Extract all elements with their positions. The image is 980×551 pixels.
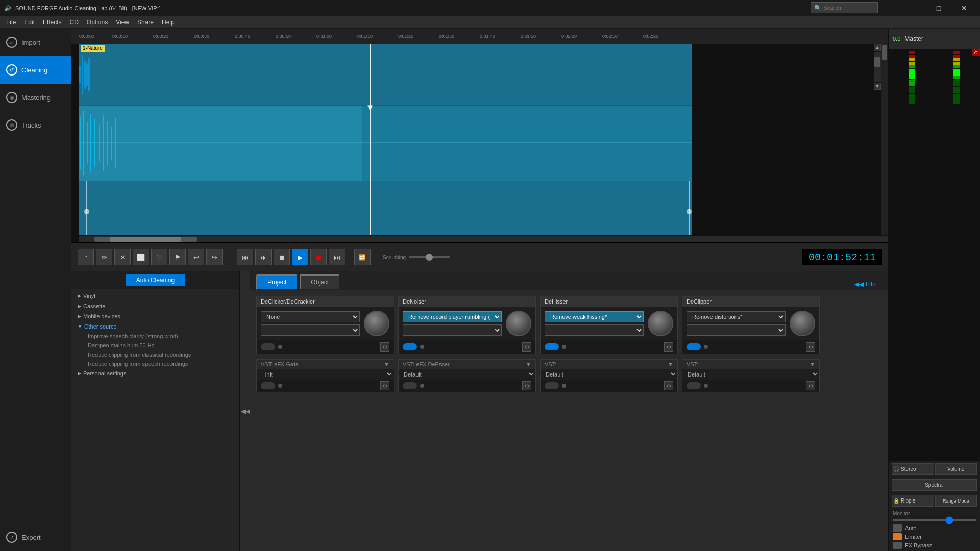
info-toggle-btn[interactable]: ◀◀ Info	[848, 279, 882, 290]
vst2-preset-select[interactable]: Default	[399, 369, 535, 380]
denoiser-preset2-select[interactable]	[403, 324, 502, 336]
menu-help[interactable]: Help	[158, 18, 179, 27]
stereo-btn[interactable]: 🎧 Stereo	[892, 463, 934, 475]
menu-edit[interactable]: Edit	[20, 18, 39, 27]
menu-effects[interactable]: Effects	[39, 18, 65, 27]
tab-object[interactable]: Object	[300, 274, 340, 290]
denoiser-knob[interactable]	[506, 311, 531, 336]
sidebar-item-mastering[interactable]: ◎ Mastering	[0, 84, 71, 111]
dehisser-preset2-select[interactable]	[545, 324, 644, 336]
dehisser-enable-toggle[interactable]	[545, 343, 559, 350]
maximize-button[interactable]: □	[927, 0, 950, 16]
minimize-button[interactable]: —	[901, 0, 925, 16]
vst3-settings-btn[interactable]: ⚙	[664, 381, 673, 390]
sidebar-item-tracks[interactable]: ⑩ Tracks	[0, 111, 71, 139]
vst3-enable-toggle[interactable]	[545, 382, 559, 389]
declipper-preset-select[interactable]: Remove distortions*	[687, 311, 786, 322]
search-input[interactable]	[823, 5, 874, 11]
declicker-knob[interactable]	[364, 311, 389, 336]
dehisser-preset-select[interactable]: Remove weak hissing*	[545, 311, 644, 322]
vst4-enable-toggle[interactable]	[687, 382, 701, 389]
zoom-slider-thumb[interactable]	[874, 57, 880, 67]
waveform-container[interactable]	[79, 44, 692, 242]
tool-undo-btn[interactable]: ↩	[188, 249, 204, 265]
menu-share[interactable]: Share	[133, 18, 158, 27]
denoiser-enable-toggle[interactable]	[403, 343, 417, 350]
menu-file[interactable]: File	[2, 18, 20, 27]
denoiser-settings-btn[interactable]: ⚙	[522, 342, 531, 352]
preset-item-classical[interactable]: Reduce clipping from classical recording…	[74, 350, 237, 359]
sidebar-item-import[interactable]: ↙ Import	[0, 29, 71, 56]
prev-btn[interactable]: ⏭	[255, 249, 272, 265]
sidebar-item-export[interactable]: ↗ Export	[0, 523, 71, 551]
fx-module-dehisser: DeHisser Remove weak hissing*	[540, 296, 678, 354]
vst2-settings-btn[interactable]: ⚙	[522, 381, 531, 390]
main-container: ↙ Import ↺ Cleaning ◎ Mastering ⑩ Tracks…	[0, 29, 980, 551]
scrub-slider[interactable]	[409, 256, 450, 258]
declicker-settings-btn[interactable]: ⚙	[380, 342, 389, 352]
zoom-down-btn[interactable]: ▼	[874, 83, 881, 90]
preset-item-speech[interactable]: Improve speech clarity (strong wind)	[74, 332, 237, 341]
tool-flag-btn[interactable]: ⚑	[169, 249, 186, 265]
monitor-volume-slider[interactable]	[893, 519, 976, 521]
ripple-btn[interactable]: 🔒 Ripple	[892, 495, 934, 507]
go-end-btn[interactable]: ⏭	[329, 249, 345, 265]
zoom-up-btn[interactable]: ▲	[874, 44, 881, 51]
tool-redo-btn[interactable]: ↪	[206, 249, 223, 265]
vst4-settings-btn[interactable]: ⚙	[806, 381, 815, 390]
vst2-enable-toggle[interactable]	[403, 382, 417, 389]
record-btn[interactable]: ⏺	[310, 249, 327, 265]
vst3-preset-select[interactable]: Default	[541, 369, 677, 380]
v-scrollbar[interactable]	[881, 44, 888, 235]
denoiser-preset-select[interactable]: Remove record player rumbling (weak)*	[403, 311, 502, 322]
fxbypass-item[interactable]: FX Bypass	[893, 542, 976, 549]
vst1-enable-toggle[interactable]	[261, 382, 275, 389]
fx-module-header-denoiser: DeNoiser	[399, 296, 535, 307]
tool-copy-btn[interactable]: ⬜	[133, 249, 149, 265]
loop-btn[interactable]: 🔁	[354, 249, 371, 265]
go-start-btn[interactable]: ⏮	[237, 249, 253, 265]
preset-category-personal[interactable]: ▶ Personal settings	[74, 368, 237, 379]
declicker-preset-select[interactable]: None	[261, 311, 360, 322]
vst1-preset-select[interactable]: - init -	[257, 369, 394, 380]
preset-item-mains[interactable]: Dampen mains hum 50 Hz	[74, 341, 237, 350]
auto-cleaning-btn[interactable]: Auto Cleaning	[126, 274, 185, 286]
h-scrollbar[interactable]	[79, 235, 888, 242]
declipper-enable-toggle[interactable]	[687, 343, 701, 350]
sidebar-item-cleaning[interactable]: ↺ Cleaning	[0, 56, 71, 84]
preset-category-vinyl[interactable]: ▶ Vinyl	[74, 291, 237, 301]
preset-item-speech-rec[interactable]: Reduce clipping from speech recordings	[74, 359, 237, 368]
preset-category-other[interactable]: ▼ Other source	[74, 321, 237, 332]
auto-bypass-item[interactable]: Auto	[893, 524, 976, 532]
declipper-knob[interactable]	[790, 311, 815, 336]
dehisser-settings-btn[interactable]: ⚙	[664, 342, 673, 352]
vst-header-4: VST: ▼	[682, 360, 819, 369]
tool-collapse-btn[interactable]: ⌃	[78, 249, 94, 265]
tool-pencil-btn[interactable]: ✏	[96, 249, 112, 265]
preset-category-cassette[interactable]: ▶ Cassette	[74, 301, 237, 311]
menu-cd[interactable]: CD	[66, 18, 83, 27]
declicker-preset2-select[interactable]	[261, 324, 360, 336]
range-mode-btn[interactable]: Range Mode	[935, 495, 977, 507]
vst4-preset-select[interactable]: Default	[682, 369, 819, 380]
declipper-settings-btn[interactable]: ⚙	[806, 342, 815, 352]
tab-project[interactable]: Project	[256, 274, 298, 290]
svg-rect-14	[87, 122, 88, 164]
stop-btn[interactable]: ⏹	[274, 249, 290, 265]
tool-cross-btn[interactable]: ✕	[114, 249, 131, 265]
declipper-preset2-select[interactable]	[687, 324, 786, 336]
export-icon: ↗	[6, 532, 17, 543]
volume-btn[interactable]: Volume	[935, 463, 977, 475]
close-button[interactable]: ✕	[952, 0, 976, 16]
tool-paste-btn[interactable]: ⬛	[151, 249, 167, 265]
menu-options[interactable]: Options	[83, 18, 112, 27]
limiter-bypass-item[interactable]: Limiter	[893, 533, 976, 540]
vst1-settings-btn[interactable]: ⚙	[380, 381, 389, 390]
dehisser-knob[interactable]	[648, 311, 673, 336]
play-btn[interactable]: ▶	[292, 249, 308, 265]
spectral-btn[interactable]: Spectral	[892, 479, 977, 491]
panel-collapse-btn[interactable]: ◀◀	[240, 271, 250, 551]
preset-category-mobile[interactable]: ▶ Mobile devices	[74, 311, 237, 321]
menu-view[interactable]: View	[112, 18, 133, 27]
declicker-enable-toggle[interactable]	[261, 343, 275, 350]
